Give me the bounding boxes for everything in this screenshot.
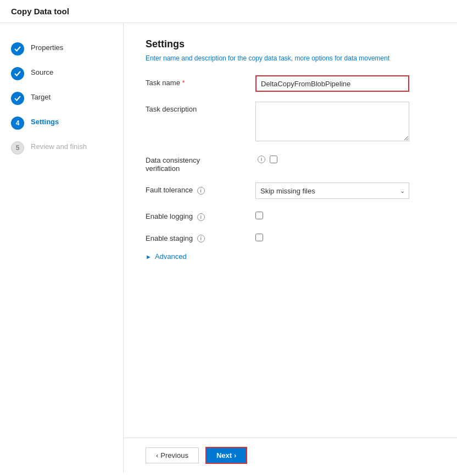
- footer: ‹ Previous Next ›: [124, 438, 457, 473]
- step-label-settings: Settings: [31, 116, 59, 126]
- advanced-arrow-icon: ►: [146, 253, 152, 260]
- next-label: Next: [216, 451, 232, 460]
- enable-logging-info-icon: i: [197, 213, 205, 221]
- step-label-target: Target: [31, 91, 51, 101]
- step-circle-review: 5: [11, 141, 24, 154]
- fault-tolerance-row: Fault tolerance i Skip missing files Non…: [146, 182, 435, 199]
- fault-tolerance-control: Skip missing files None Skip incompatibl…: [255, 182, 435, 199]
- fault-tolerance-select[interactable]: Skip missing files None Skip incompatibl…: [255, 182, 409, 199]
- previous-label: Previous: [160, 451, 188, 460]
- task-name-row: Task name *: [146, 75, 435, 92]
- step-circle-source: [11, 67, 24, 80]
- section-title: Settings: [146, 38, 435, 50]
- section-subtitle: Enter name and description for the copy …: [146, 54, 435, 62]
- sidebar-item-properties[interactable]: Properties: [0, 36, 123, 61]
- advanced-label: Advanced: [155, 252, 187, 261]
- app-header: Copy Data tool: [0, 0, 457, 23]
- step-label-review: Review and finish: [31, 141, 87, 151]
- sidebar-item-source[interactable]: Source: [0, 61, 123, 86]
- content-area: Settings Enter name and description for …: [124, 23, 457, 473]
- enable-logging-label: Enable logging i: [146, 209, 255, 221]
- task-name-label: Task name *: [146, 75, 255, 87]
- task-description-label: Task description: [146, 102, 255, 113]
- task-description-control: [255, 102, 435, 143]
- enable-staging-info-icon: i: [197, 235, 205, 242]
- task-name-input[interactable]: [255, 75, 409, 92]
- content-scroll: Settings Enter name and description for …: [124, 23, 457, 438]
- enable-logging-row: Enable logging i: [146, 209, 435, 221]
- data-consistency-row: Data consistencyverification i: [146, 153, 435, 173]
- step-circle-target: [11, 92, 24, 105]
- next-button[interactable]: Next ›: [205, 447, 248, 464]
- required-marker: *: [182, 79, 185, 87]
- advanced-row[interactable]: ► Advanced: [146, 252, 435, 261]
- step-label-source: Source: [31, 67, 53, 76]
- enable-staging-control: [255, 231, 435, 241]
- enable-staging-checkbox[interactable]: [255, 234, 263, 241]
- step-circle-properties: [11, 42, 24, 56]
- enable-staging-label: Enable staging i: [146, 231, 255, 243]
- step-label-properties: Properties: [31, 42, 63, 52]
- sidebar-item-target[interactable]: Target: [0, 86, 123, 110]
- data-consistency-checkbox[interactable]: [270, 156, 277, 163]
- sidebar: Properties Source Target 4 Settings 5: [0, 23, 124, 473]
- app-title: Copy Data tool: [11, 7, 69, 16]
- data-consistency-info-icon: i: [258, 156, 265, 163]
- task-description-row: Task description: [146, 102, 435, 143]
- fault-tolerance-info-icon: i: [197, 187, 205, 195]
- task-name-control: [255, 75, 435, 92]
- fault-tolerance-select-wrap: Skip missing files None Skip incompatibl…: [255, 182, 409, 199]
- task-description-input[interactable]: [255, 102, 409, 141]
- chevron-right-icon: ›: [234, 451, 236, 460]
- sidebar-item-settings[interactable]: 4 Settings: [0, 110, 123, 135]
- step-circle-settings: 4: [11, 117, 24, 130]
- sidebar-item-review[interactable]: 5 Review and finish: [0, 135, 123, 160]
- chevron-left-icon: ‹: [156, 451, 158, 460]
- data-consistency-control: i: [255, 153, 435, 163]
- enable-staging-row: Enable staging i: [146, 231, 435, 243]
- previous-button[interactable]: ‹ Previous: [146, 447, 199, 463]
- fault-tolerance-label: Fault tolerance i: [146, 182, 255, 195]
- enable-logging-control: [255, 209, 435, 219]
- data-consistency-label: Data consistencyverification: [146, 153, 255, 173]
- enable-logging-checkbox[interactable]: [255, 212, 263, 219]
